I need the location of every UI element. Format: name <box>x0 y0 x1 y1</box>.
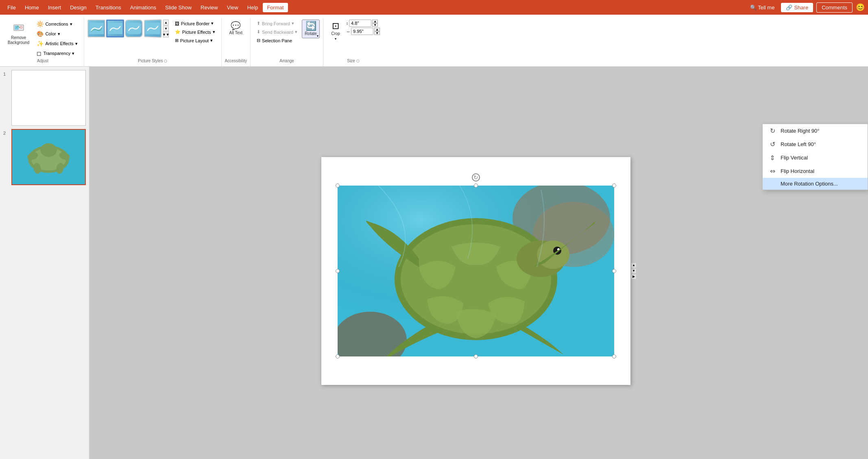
menu-format[interactable]: Format <box>263 3 288 12</box>
menu-transitions[interactable]: Transitions <box>92 3 125 12</box>
picture-style-2[interactable] <box>106 20 124 37</box>
alt-text-button[interactable]: 💬 Alt Text <box>227 20 246 37</box>
menu-slideshow[interactable]: Slide Show <box>161 3 196 12</box>
handle-bottom-center[interactable] <box>474 354 478 358</box>
crop-button[interactable]: ⊡ Crop ▾ <box>327 20 345 43</box>
remove-background-icon <box>13 22 24 35</box>
handle-top-right[interactable] <box>612 184 616 188</box>
transparency-icon: ◻ <box>37 50 41 57</box>
menu-animations[interactable]: Animations <box>126 3 160 12</box>
flip-vertical-item[interactable]: ⇔ Flip Vertical <box>763 151 868 164</box>
height-down[interactable]: ▼ <box>372 23 378 27</box>
menu-review[interactable]: Review <box>196 3 222 12</box>
scroll-next-slide[interactable]: ▶ <box>631 274 637 280</box>
picture-border-button[interactable]: 🖼 Picture Border ▾ <box>172 20 218 27</box>
width-input[interactable] <box>351 28 373 35</box>
rotate-dropdown-menu: ↻ Rotate Right 90° ↺ Rotate Left 90° ⇔ F… <box>762 124 868 190</box>
accessibility-label: Accessibility <box>225 58 247 65</box>
scroll-up-arrow[interactable]: ▲ <box>631 262 637 268</box>
border-icon: 🖼 <box>175 21 179 26</box>
handle-bottom-left[interactable] <box>336 354 340 358</box>
menu-view[interactable]: View <box>223 3 242 12</box>
picture-styles-content: ▲ ▼ ▼▼ 🖼 Picture Border ▾ ⭐ Picture Effe… <box>87 20 218 58</box>
handle-top-center[interactable] <box>474 184 478 188</box>
menu-right-actions: 🔍 Tell me 🔗 Share Comments 😊 <box>747 2 865 13</box>
flip-horizontal-icon: ⇔ <box>768 167 776 175</box>
handle-bottom-right[interactable] <box>612 354 616 358</box>
picture-layout-button[interactable]: ⊞ Picture Layout ▾ <box>172 37 218 44</box>
menu-file[interactable]: File <box>3 3 20 12</box>
rotate-left-icon: ↺ <box>768 140 776 148</box>
color-button[interactable]: 🎨 Color ▾ <box>34 29 80 38</box>
comments-button[interactable]: Comments <box>816 2 853 13</box>
color-icon: 🎨 <box>37 31 44 37</box>
transparency-button[interactable]: ◻ Transparency ▾ <box>34 49 80 58</box>
style-scroll-down[interactable]: ▼ <box>163 26 169 31</box>
rotate-label: Rotate <box>305 31 316 36</box>
slide-item-1[interactable]: 1 <box>3 70 86 126</box>
width-up[interactable]: ▲ <box>374 28 380 31</box>
menu-design[interactable]: Design <box>66 3 90 12</box>
remove-background-label: RemoveBackground <box>8 35 29 45</box>
picture-styles-label: Picture Styles ⬡ <box>138 58 167 65</box>
picture-style-4[interactable] <box>144 19 162 38</box>
picture-style-1[interactable] <box>87 20 105 37</box>
more-rotation-item[interactable]: More Rotation Options... <box>763 178 868 190</box>
style-scroll-arrows: ▲ ▼ ▼▼ <box>163 20 169 37</box>
alt-text-label: Alt Text <box>229 31 243 35</box>
menu-home[interactable]: Home <box>21 3 43 12</box>
artistic-effects-button[interactable]: ✨ Artistic Effects ▾ <box>34 39 80 48</box>
flip-horizontal-item[interactable]: ⇔ Flip Horizontal <box>763 164 868 178</box>
menu-insert[interactable]: Insert <box>44 3 65 12</box>
rotate-right-item[interactable]: ↻ Rotate Right 90° <box>763 124 868 138</box>
height-input[interactable] <box>349 20 371 27</box>
size-inputs: ↕ ▲ ▼ ↔ ▲ ▼ <box>346 20 380 35</box>
scroll-down-arrow[interactable]: ▼ <box>631 268 637 274</box>
picture-border-effects: 🖼 Picture Border ▾ ⭐ Picture Effects ▾ ⊞… <box>172 20 218 44</box>
bring-forward-icon: ⬆ <box>257 21 260 26</box>
ribbon-group-picture-styles: ▲ ▼ ▼▼ 🖼 Picture Border ▾ ⭐ Picture Effe… <box>84 18 222 66</box>
crop-dropdown-indicator: ▾ <box>335 37 336 41</box>
rotate-handle[interactable]: ↻ <box>472 173 480 181</box>
selection-pane-button[interactable]: ⊟ Selection Pane <box>254 37 300 44</box>
width-down[interactable]: ▼ <box>374 31 380 35</box>
rotate-button[interactable]: 🔄 Rotate ▾ <box>302 20 320 38</box>
ribbon-group-accessibility: 💬 Alt Text Accessibility <box>222 18 251 66</box>
handle-top-left[interactable] <box>336 184 340 188</box>
rotate-left-item[interactable]: ↺ Rotate Left 90° <box>763 138 868 151</box>
corrections-button[interactable]: 🔆 Corrections ▾ <box>34 20 80 28</box>
tell-me-search[interactable]: 🔍 Tell me <box>747 3 778 12</box>
style-scroll-expand[interactable]: ▼▼ <box>163 32 169 37</box>
height-icon: ↔ <box>346 29 350 34</box>
handle-middle-right[interactable] <box>612 269 616 273</box>
svg-point-12 <box>40 143 57 157</box>
height-up[interactable]: ▲ <box>372 20 378 23</box>
picture-style-3[interactable] <box>125 20 143 37</box>
slide-item-2[interactable]: 2 <box>3 129 86 185</box>
send-backward-icon: ⬇ <box>257 29 260 35</box>
alt-text-icon: 💬 <box>231 22 241 30</box>
style-scroll-up[interactable]: ▲ <box>163 20 169 25</box>
crop-label: Crop <box>331 31 340 36</box>
image-container[interactable]: ↻ <box>338 186 614 356</box>
picture-effects-button[interactable]: ⭐ Picture Effects ▾ <box>172 28 218 36</box>
user-emoji: 😊 <box>856 3 865 12</box>
adjust-label: Adjust <box>37 58 48 65</box>
send-backward-button[interactable]: ⬇ Send Backward ▾ <box>254 28 300 36</box>
size-expand-icon[interactable]: ⬡ <box>356 59 360 63</box>
handle-middle-left[interactable] <box>336 269 340 273</box>
effects-icon: ⭐ <box>175 29 181 35</box>
bring-forward-button[interactable]: ⬆ Bring Forward ▾ <box>254 20 300 27</box>
rotate-icon: 🔄 <box>305 22 316 31</box>
slide-thumb-1[interactable] <box>11 70 86 126</box>
layout-icon: ⊞ <box>175 38 179 43</box>
turtle-image[interactable] <box>338 186 614 356</box>
ribbon-content: RemoveBackground 🔆 Corrections ▾ 🎨 Color… <box>0 16 868 66</box>
menu-help[interactable]: Help <box>243 3 262 12</box>
slide-thumb-2[interactable] <box>11 129 86 185</box>
picture-styles-expand-icon[interactable]: ⬡ <box>164 59 167 63</box>
app-body: 1 2 <box>0 67 868 459</box>
ribbon-group-size: ⊡ Crop ▾ ↕ ▲ ▼ ↔ <box>323 18 383 66</box>
remove-background-button[interactable]: RemoveBackground <box>5 20 32 47</box>
share-button[interactable]: 🔗 Share <box>781 3 813 12</box>
